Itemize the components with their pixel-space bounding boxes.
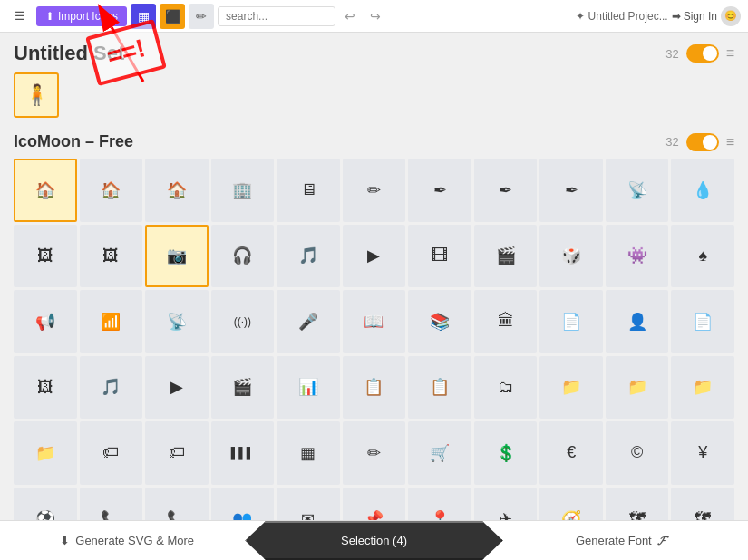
icon-folder4[interactable]: 📁 — [14, 421, 77, 485]
icon-wifi[interactable]: 📶 — [80, 290, 143, 353]
project-name: ✦ Untitled Projec... — [576, 10, 667, 23]
icon-broadcast[interactable]: 📡 — [606, 159, 669, 222]
icomoon-menu-icon[interactable]: ≡ — [726, 134, 734, 150]
icon-home1[interactable]: 🏠 — [14, 159, 77, 222]
orange-tool-button[interactable]: ⬛ — [160, 4, 185, 29]
icon-book[interactable]: 📖 — [343, 290, 406, 353]
icon-compass[interactable]: 🧭 — [539, 488, 603, 520]
selection-button[interactable]: Selection (4) — [245, 521, 502, 560]
icon-film[interactable]: 🎞 — [408, 225, 471, 288]
icon-headphones[interactable]: 🎧 — [211, 225, 275, 288]
icon-plane[interactable]: ✈ — [474, 488, 538, 520]
set-controls: 32 ≡ — [665, 44, 734, 63]
pencil-button[interactable]: ✏ — [189, 4, 214, 29]
icon-dollar[interactable]: 💲 — [474, 421, 538, 485]
icon-radio[interactable]: ((·)) — [211, 290, 275, 353]
undo-button[interactable]: ↩ — [339, 5, 361, 27]
icon-clipboard2[interactable]: 📋 — [408, 356, 471, 420]
icon-folder3[interactable]: 📁 — [671, 356, 734, 420]
icon-soccer[interactable]: ⚽ — [14, 488, 77, 520]
icomoon-toggle[interactable] — [686, 133, 719, 151]
icon-tag2[interactable]: 🏷 — [145, 421, 209, 485]
icomoon-section-header: IcoMoon – Free 32 ≡ — [14, 132, 734, 151]
icon-pen3[interactable]: ✒ — [539, 159, 603, 222]
icon-yen[interactable]: ¥ — [671, 421, 734, 485]
sign-in-icon: ➡ — [672, 10, 681, 23]
icon-play[interactable]: ▶ — [343, 225, 406, 288]
icon-building[interactable]: 🏢 — [211, 159, 275, 222]
icon-bank[interactable]: 🏛 — [474, 290, 538, 353]
icon-image2[interactable]: 🖼 — [80, 225, 143, 288]
icon-pencil[interactable]: ✏ — [343, 159, 406, 222]
icon-euro[interactable]: € — [539, 421, 603, 485]
icon-tag1[interactable]: 🏷 — [80, 421, 143, 485]
icon-dice[interactable]: 🎲 — [539, 225, 603, 288]
icon-map2[interactable]: 🗺 — [671, 488, 734, 520]
icon-set-button[interactable]: ▦ — [131, 4, 156, 29]
icon-spade[interactable]: ♠ — [671, 225, 734, 288]
icon-doc1[interactable]: 📄 — [539, 290, 603, 353]
icon-play2[interactable]: ▶ — [145, 356, 209, 420]
redo-button[interactable]: ↪ — [364, 5, 386, 27]
icon-microphone[interactable]: 🎤 — [277, 290, 340, 353]
bottom-bar: ⬇ Generate SVG & More Selection (4) Gene… — [0, 520, 748, 560]
upload-icon: ⬆ — [45, 10, 54, 23]
icon-pen2[interactable]: ✒ — [474, 159, 538, 222]
generate-font-button[interactable]: Generate Font 𝓕 — [494, 521, 748, 560]
icon-edit[interactable]: ✏ — [343, 421, 406, 485]
person-icon: 🧍 — [24, 83, 49, 107]
icomoon-controls: 32 ≡ — [665, 133, 734, 151]
icon-location[interactable]: 📍 — [408, 488, 471, 520]
tool-icon: ⬛ — [165, 9, 180, 24]
icon-image3[interactable]: 🖼 — [14, 356, 77, 420]
icon-phone1[interactable]: 📞 — [80, 488, 143, 520]
icon-envelope[interactable]: ✉ — [277, 488, 340, 520]
icon-home2[interactable]: 🏠 — [80, 159, 143, 222]
icon-grid: 🏠 🏠 🏠 🏢 🖥 ✏ ✒ ✒ ✒ 📡 💧 🖼 🖼 📷 🎧 🎵 ▶ 🎞 🎬 🎲 … — [14, 159, 734, 520]
icon-contact[interactable]: 👤 — [606, 290, 669, 353]
icon-barcode[interactable]: ▌▌▌ — [211, 421, 275, 485]
icon-doc2[interactable]: 📄 — [671, 290, 734, 353]
icon-pen1[interactable]: ✒ — [408, 159, 471, 222]
icon-music2[interactable]: 🎵 — [80, 356, 143, 420]
icon-home3[interactable]: 🏠 — [145, 159, 209, 222]
icon-folder2[interactable]: 📁 — [606, 356, 669, 420]
hamburger-icon: ☰ — [15, 9, 25, 23]
icon-music[interactable]: 🎵 — [277, 225, 340, 288]
icon-folder1[interactable]: 📁 — [539, 356, 603, 420]
generate-svg-button[interactable]: ⬇ Generate SVG & More — [0, 521, 254, 560]
menu-button[interactable]: ☰ — [7, 4, 33, 29]
icon-camera[interactable]: 📷 — [145, 225, 209, 288]
icon-map1[interactable]: 🗺 — [606, 488, 669, 520]
untitled-set-title: Untitled Set — [14, 42, 124, 65]
icon-copyright[interactable]: © — [606, 421, 669, 485]
icon-image1[interactable]: 🖼 — [14, 225, 77, 288]
search-input[interactable] — [218, 6, 335, 26]
icon-clipboard1[interactable]: 📋 — [343, 356, 406, 420]
icon-droplet[interactable]: 💧 — [671, 159, 734, 222]
icon-signal[interactable]: 📡 — [145, 290, 209, 353]
svg-icon: ⬇ — [60, 534, 70, 547]
icon-speaker[interactable]: 📢 — [14, 290, 77, 353]
untitled-set-count: 32 — [665, 47, 678, 61]
icon-video2[interactable]: 🎬 — [211, 356, 275, 420]
sign-in-button[interactable]: ➡ Sign In — [672, 10, 717, 23]
icon-chart[interactable]: 📊 — [277, 356, 340, 420]
main-content: Untitled Set 32 ≡ 🧍 IcoMoon – Free 32 ≡ … — [0, 33, 748, 520]
icon-layers[interactable]: 🗂 — [474, 356, 538, 420]
icon-pacman[interactable]: 👾 — [606, 225, 669, 288]
icon-qrcode[interactable]: ▦ — [277, 421, 340, 485]
toolbar: ☰ ⬆ Import Icons ▦ ⬛ ✏ ↩ ↪ ✦ Untitled Pr… — [0, 0, 748, 33]
set-menu-icon[interactable]: ≡ — [726, 45, 734, 62]
icon-books[interactable]: 📚 — [408, 290, 471, 353]
import-icons-button[interactable]: ⬆ Import Icons — [36, 6, 127, 26]
icon-pushpin[interactable]: 📌 — [343, 488, 406, 520]
icon-phone2[interactable]: 📞 — [145, 488, 209, 520]
set-toggle[interactable] — [686, 44, 719, 63]
icon-cart[interactable]: 🛒 — [408, 421, 471, 485]
untitled-set-icons: 🧍 — [14, 72, 734, 118]
untitled-icon-0[interactable]: 🧍 — [14, 72, 59, 118]
icon-contacts[interactable]: 👥 — [211, 488, 275, 520]
icon-monitor[interactable]: 🖥 — [277, 159, 340, 222]
icon-video[interactable]: 🎬 — [474, 225, 538, 288]
